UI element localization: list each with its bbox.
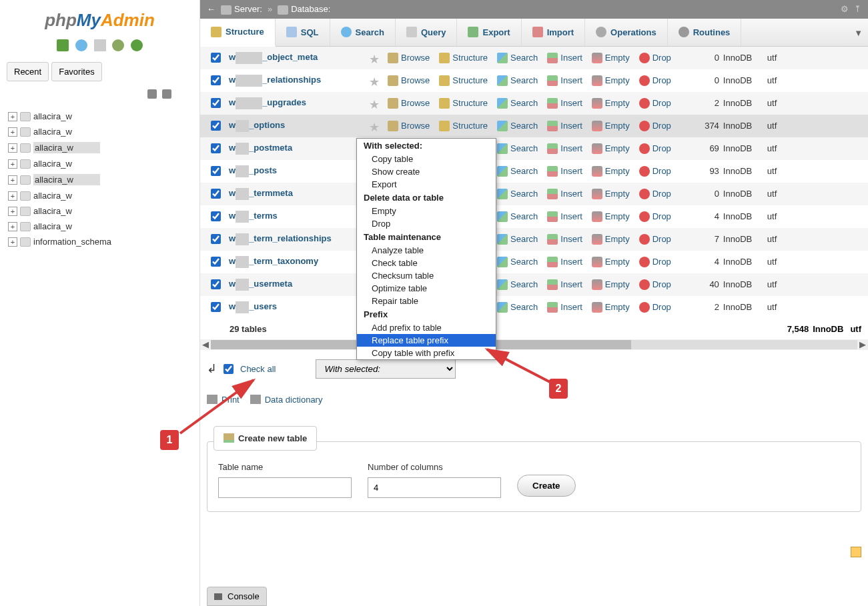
tab-routines[interactable]: Routines <box>668 19 742 46</box>
tab-query[interactable]: Query <box>396 19 458 46</box>
help-icon[interactable] <box>75 39 87 51</box>
context-menu-item[interactable]: Add prefix to table <box>357 321 496 334</box>
empty-link[interactable]: Empty <box>592 279 630 290</box>
back-icon[interactable]: ← <box>207 4 215 14</box>
insert-link[interactable]: Insert <box>547 98 582 109</box>
tab-export[interactable]: Export <box>457 19 521 46</box>
search-link[interactable]: Search <box>497 166 538 177</box>
favorites-button[interactable]: Favorites <box>51 62 101 81</box>
table-name-input[interactable] <box>218 477 352 498</box>
favorite-icon[interactable]: ★ <box>369 97 381 109</box>
search-link[interactable]: Search <box>497 98 538 109</box>
check-all-checkbox[interactable] <box>224 364 234 374</box>
more-tabs-icon[interactable]: ▼ <box>854 28 863 38</box>
create-button[interactable]: Create <box>517 475 576 497</box>
context-menu-item[interactable]: Copy table <box>357 153 496 165</box>
search-link[interactable]: Search <box>497 234 538 245</box>
context-menu-item[interactable]: Replace table prefix <box>357 334 496 347</box>
db-name[interactable]: allacira_w <box>33 174 100 185</box>
context-menu-item[interactable]: Show create <box>357 165 496 178</box>
db-tree-item[interactable]: + allacira_w <box>7 124 193 139</box>
drop-link[interactable]: Drop <box>639 279 671 290</box>
console-bar[interactable]: Console <box>207 587 267 606</box>
context-menu-item[interactable]: Check table <box>357 257 496 269</box>
link-icon[interactable] <box>162 89 171 99</box>
tab-search[interactable]: Search <box>330 19 396 46</box>
table-name[interactable]: w_termmeta <box>229 188 369 200</box>
insert-link[interactable]: Insert <box>547 189 582 199</box>
empty-link[interactable]: Empty <box>592 166 630 177</box>
insert-link[interactable]: Insert <box>547 121 582 131</box>
tab-operations[interactable]: Operations <box>585 19 668 46</box>
db-name[interactable]: allacira_w <box>33 159 72 169</box>
empty-link[interactable]: Empty <box>592 234 630 245</box>
db-tree-item[interactable]: + allacira_w <box>7 188 193 203</box>
page-settings-icon[interactable]: ⚙ <box>841 4 849 14</box>
db-name[interactable]: allacira_w <box>33 111 72 121</box>
num-columns-input[interactable] <box>368 477 501 498</box>
db-tree-item[interactable]: + allacira_w <box>7 156 193 171</box>
insert-link[interactable]: Insert <box>547 143 582 154</box>
row-checkbox[interactable] <box>211 143 221 153</box>
db-tree-item[interactable]: + allacira_w <box>7 171 193 188</box>
context-menu-item[interactable]: Optimize table <box>357 282 496 295</box>
expand-icon[interactable]: + <box>8 143 17 153</box>
insert-link[interactable]: Insert <box>547 75 582 86</box>
row-checkbox[interactable] <box>211 279 221 289</box>
drop-link[interactable]: Drop <box>639 143 671 154</box>
table-name[interactable]: w_usermeta <box>229 279 369 291</box>
db-tree-item[interactable]: + allacira_w <box>7 203 193 219</box>
insert-link[interactable]: Insert <box>547 211 582 222</box>
browse-link[interactable]: Browse <box>388 53 430 63</box>
row-checkbox[interactable] <box>211 166 221 176</box>
context-menu-item[interactable]: Copy table with prefix <box>357 347 496 359</box>
structure-link[interactable]: Structure <box>439 75 488 86</box>
search-link[interactable]: Search <box>497 279 538 290</box>
table-name[interactable]: w_options <box>229 120 369 132</box>
search-link[interactable]: Search <box>497 75 538 86</box>
expand-icon[interactable]: + <box>8 222 17 231</box>
search-link[interactable]: Search <box>497 211 538 222</box>
insert-link[interactable]: Insert <box>547 302 582 313</box>
row-checkbox[interactable] <box>211 211 221 221</box>
structure-link[interactable]: Structure <box>439 53 488 63</box>
search-link[interactable]: Search <box>497 121 538 131</box>
expand-icon[interactable]: + <box>8 175 17 185</box>
search-link[interactable]: Search <box>497 143 538 154</box>
table-name[interactable]: w_term_relationships <box>229 233 369 245</box>
scroll-right-icon[interactable]: ▶ <box>857 339 868 349</box>
home-icon[interactable] <box>57 39 69 51</box>
db-name[interactable]: allacira_w <box>33 142 100 153</box>
favorite-icon[interactable]: ★ <box>369 52 381 64</box>
drop-link[interactable]: Drop <box>639 75 671 86</box>
table-name[interactable]: w_terms <box>229 211 369 223</box>
db-tree-item[interactable]: + information_schema <box>7 234 193 249</box>
table-name[interactable]: w_term_taxonomy <box>229 256 369 268</box>
insert-link[interactable]: Insert <box>547 53 582 63</box>
collapse-icon[interactable] <box>147 89 157 99</box>
db-tree-item[interactable]: + allacira_w <box>7 139 193 156</box>
db-tree-item[interactable]: + allacira_w <box>7 109 193 124</box>
drop-link[interactable]: Drop <box>639 302 671 313</box>
drop-link[interactable]: Drop <box>639 257 671 267</box>
context-menu-item[interactable]: Drop <box>357 217 496 230</box>
db-name[interactable]: information_schema <box>33 237 111 247</box>
row-checkbox[interactable] <box>211 75 221 85</box>
scroll-left-icon[interactable]: ◀ <box>200 339 211 349</box>
docs-icon[interactable] <box>94 39 106 51</box>
structure-link[interactable]: Structure <box>439 121 488 131</box>
drop-link[interactable]: Drop <box>639 121 671 131</box>
drop-link[interactable]: Drop <box>639 211 671 222</box>
row-checkbox[interactable] <box>211 98 221 108</box>
db-tree-item[interactable]: + allacira_w <box>7 219 193 234</box>
empty-link[interactable]: Empty <box>592 302 630 313</box>
empty-link[interactable]: Empty <box>592 143 630 154</box>
row-checkbox[interactable] <box>211 53 221 63</box>
context-menu-item[interactable]: Checksum table <box>357 269 496 282</box>
drop-link[interactable]: Drop <box>639 98 671 109</box>
db-name[interactable]: allacira_w <box>33 206 72 216</box>
expand-icon[interactable]: + <box>8 112 17 121</box>
table-name[interactable]: w_posts <box>229 165 369 177</box>
expand-icon[interactable]: + <box>8 191 17 201</box>
browse-link[interactable]: Browse <box>388 98 430 109</box>
